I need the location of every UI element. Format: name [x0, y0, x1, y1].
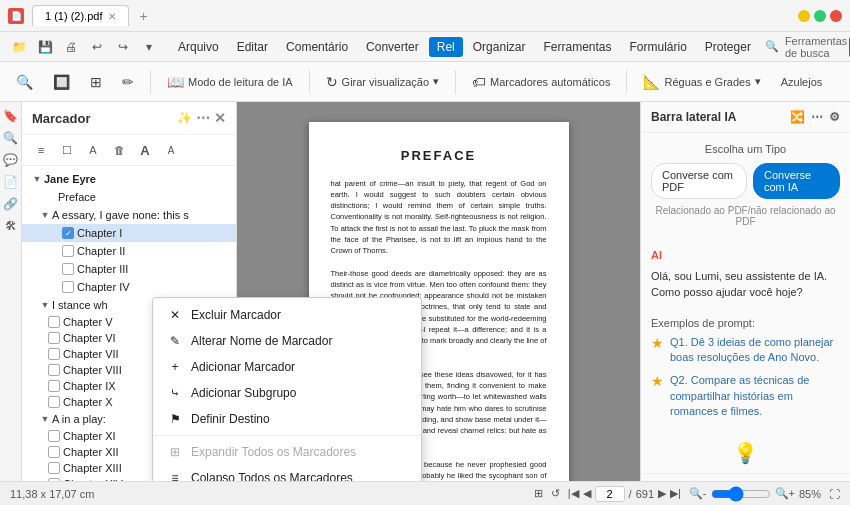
zoom-in-icon[interactable]: 🔍+ [775, 487, 795, 500]
panel-more-icon[interactable]: ⋯ [196, 110, 210, 126]
tree-chapter-4[interactable]: Chapter IV [22, 278, 236, 296]
menu-comentario[interactable]: Comentário [278, 37, 356, 57]
checkbox-chapter-12[interactable] [48, 446, 60, 458]
tree-essary[interactable]: ▼ A essary, I gave none: this s [22, 206, 236, 224]
menu-rel[interactable]: Rel [429, 37, 463, 57]
tree-jane-eyre[interactable]: ▼ Jane Eyre [22, 170, 236, 188]
panel-font-up-btn[interactable]: A [134, 139, 156, 161]
print-icon[interactable]: 🖨 [60, 36, 82, 58]
ctx-collapse-all[interactable]: ≡ Colapso Todos os Marcadores [153, 465, 421, 481]
tree-chapter-2[interactable]: Chapter II [22, 242, 236, 260]
checkbox-chapter-7[interactable] [48, 348, 60, 360]
checkbox-chapter-14[interactable] [48, 478, 60, 481]
search-btn[interactable]: 🔍 [8, 70, 41, 94]
checkbox-chapter-13[interactable] [48, 462, 60, 474]
ai-share-icon[interactable]: 🔀 [790, 110, 805, 124]
fit-page-icon[interactable]: ⊞ [534, 487, 543, 500]
view-mode-btn[interactable]: ⊞ [82, 70, 110, 94]
menu-proteger[interactable]: Proteger [697, 37, 759, 57]
toggle-essary[interactable]: ▼ [38, 208, 52, 222]
zoom-slider[interactable] [711, 486, 771, 502]
sidebar-tools-icon[interactable]: 🛠 [1, 216, 21, 236]
prev-page-icon[interactable]: ◀ [583, 487, 591, 500]
checkbox-chapter-6[interactable] [48, 332, 60, 344]
zoom-out-icon[interactable]: 🔍- [689, 487, 707, 500]
menu-formulario[interactable]: Formulário [622, 37, 695, 57]
toggle-stance[interactable]: ▼ [38, 298, 52, 312]
fit-btn[interactable]: 🔲 [45, 70, 78, 94]
rotate-dropdown-icon: ▾ [433, 75, 439, 88]
panel-delete-btn[interactable]: 🗑 [108, 139, 130, 161]
checkbox-chapter-5[interactable] [48, 316, 60, 328]
fullscreen-icon[interactable]: ⛶ [829, 488, 840, 500]
menu-arquivo[interactable]: Arquivo [170, 37, 227, 57]
last-page-icon[interactable]: ▶| [670, 487, 681, 500]
ctx-rename[interactable]: ✎ Alterar Nome de Marcador [153, 328, 421, 354]
ai-chat-btn[interactable]: Converse com IA [753, 163, 840, 199]
right-panel: Barra lateral IA 🔀 ⋯ ⚙ Escolha um Tipo C… [640, 102, 850, 481]
ctx-subgroup[interactable]: ⤷ Adicionar Subgrupo [153, 380, 421, 406]
toggle-jane-eyre[interactable]: ▼ [30, 172, 44, 186]
toggle-aplay[interactable]: ▼ [38, 412, 52, 426]
ctx-destination[interactable]: ⚑ Definir Destino [153, 406, 421, 432]
active-tab[interactable]: 1 (1) (2).pdf ✕ [32, 5, 129, 26]
menu-editar[interactable]: Editar [229, 37, 276, 57]
sidebar-search-icon[interactable]: 🔍 [1, 128, 21, 148]
ctx-expand-all: ⊞ Expandir Todos os Marcadores [153, 439, 421, 465]
rotate-btn[interactable]: ↻ Girar visualização ▾ [318, 70, 447, 94]
ai-type-buttons: Converse com PDF Converse com IA [651, 163, 840, 199]
example-2-text[interactable]: Q2. Compare as técnicas de compartilhar … [670, 373, 840, 419]
panel-ai-icon[interactable]: ✨ [177, 111, 192, 125]
markers-btn[interactable]: 🏷 Marcadores automáticos [464, 70, 618, 94]
next-page-icon[interactable]: ▶ [658, 487, 666, 500]
checkbox-chapter-3[interactable] [62, 263, 74, 275]
ai-more-icon[interactable]: ⋯ [811, 110, 823, 124]
checkbox-chapter-9[interactable] [48, 380, 60, 392]
tab-close-icon[interactable]: ✕ [108, 11, 116, 22]
checkbox-chapter-2[interactable] [62, 245, 74, 257]
checkbox-chapter-4[interactable] [62, 281, 74, 293]
sidebar-link-icon[interactable]: 🔗 [1, 194, 21, 214]
menu-organizar[interactable]: Organizar [465, 37, 534, 57]
panel-list-btn[interactable]: ≡ [30, 139, 52, 161]
menu-ferramentas[interactable]: Ferramentas [535, 37, 619, 57]
save-icon[interactable]: 💾 [34, 36, 56, 58]
checkbox-chapter-10[interactable] [48, 396, 60, 408]
close-button[interactable] [830, 10, 842, 22]
rulers-btn[interactable]: 📐 Réguas e Grades ▾ [635, 70, 768, 94]
checkbox-chapter-8[interactable] [48, 364, 60, 376]
toggle-chapter-2 [48, 244, 62, 258]
new-tab-button[interactable]: + [133, 6, 153, 26]
ctx-add[interactable]: + Adicionar Marcador [153, 354, 421, 380]
rotate-icon[interactable]: ↺ [551, 487, 560, 500]
read-mode-btn[interactable]: 📖 Modo de leitura de IA [159, 70, 301, 94]
panel-close-icon[interactable]: ✕ [214, 110, 226, 126]
checkbox-chapter-11[interactable] [48, 430, 60, 442]
minimize-button[interactable] [798, 10, 810, 22]
ctx-delete[interactable]: ✕ Excluir Marcador [153, 302, 421, 328]
undo-icon[interactable]: ↩ [86, 36, 108, 58]
first-page-icon[interactable]: |◀ [568, 487, 579, 500]
menu-more-icon[interactable]: ▾ [138, 36, 160, 58]
ai-settings-icon[interactable]: ⚙ [829, 110, 840, 124]
sidebar-bookmark-icon[interactable]: 🔖 [1, 106, 21, 126]
panel-bookmark-btn[interactable]: ☐ [56, 139, 78, 161]
pdf-chat-btn[interactable]: Converse com PDF [651, 163, 747, 199]
menu-converter[interactable]: Converter [358, 37, 427, 57]
example-1-text[interactable]: Q1. Dê 3 ideias de como planejar boas re… [670, 335, 840, 366]
tree-preface[interactable]: Preface [22, 188, 236, 206]
label-chapter-5: Chapter V [63, 316, 113, 328]
panel-font-btn[interactable]: A [82, 139, 104, 161]
file-icon[interactable]: 📁 [8, 36, 30, 58]
sidebar-comment-icon[interactable]: 💬 [1, 150, 21, 170]
draw-btn[interactable]: ✏ [114, 70, 142, 94]
panel-font-down-btn[interactable]: A [160, 139, 182, 161]
tiles-btn[interactable]: Azulejos [773, 72, 831, 92]
checkbox-chapter-1[interactable]: ✓ [62, 227, 74, 239]
redo-icon[interactable]: ↪ [112, 36, 134, 58]
tree-chapter-1[interactable]: ✓ Chapter I [22, 224, 236, 242]
tree-chapter-3[interactable]: Chapter III [22, 260, 236, 278]
page-input[interactable] [595, 486, 625, 502]
maximize-button[interactable] [814, 10, 826, 22]
sidebar-page-icon[interactable]: 📄 [1, 172, 21, 192]
